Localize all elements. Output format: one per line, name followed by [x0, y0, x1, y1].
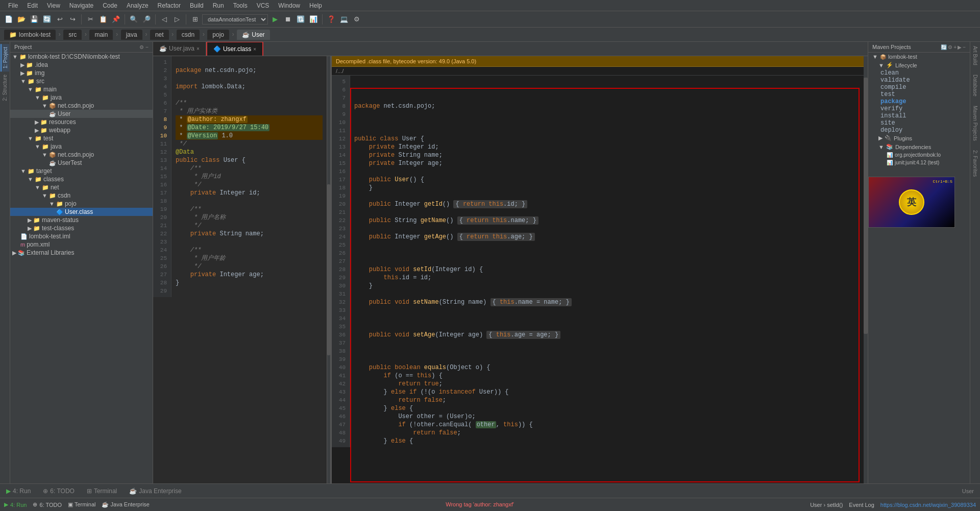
maven-deps-item[interactable]: ▼ 📚 Dependencies: [868, 142, 970, 151]
tree-test-classes[interactable]: ▶ 📁 test-classes: [10, 224, 153, 232]
right-scroll-bar[interactable]: [864, 56, 868, 483]
terminal-tab[interactable]: ⊞ Terminal: [81, 484, 123, 498]
maven-validate[interactable]: validate: [868, 77, 970, 84]
nav-project[interactable]: 📁 lombok-test: [4, 30, 56, 40]
tab-user-java-close[interactable]: ×: [197, 46, 200, 52]
redo-btn[interactable]: ↪: [67, 14, 78, 25]
run-tab[interactable]: ▶ 4: Run: [0, 484, 37, 498]
database-tab[interactable]: Database: [971, 70, 979, 101]
tree-pom[interactable]: m pom.xml: [10, 240, 153, 249]
tab-user-class-close[interactable]: ×: [253, 46, 256, 52]
run-btn[interactable]: ▶: [270, 14, 281, 25]
status-event-log[interactable]: Event Log: [849, 502, 874, 508]
maven-site[interactable]: site: [868, 119, 970, 127]
java-enterprise-tab[interactable]: ☕ Java Enterprise: [123, 484, 187, 498]
menu-edit[interactable]: Edit: [23, 1, 42, 10]
maven-deploy[interactable]: deploy: [868, 127, 970, 134]
coverage-btn[interactable]: 📊: [308, 14, 319, 25]
tree-target-csdn[interactable]: ▼ 📁 csdn: [10, 191, 153, 200]
tree-src[interactable]: ▼ 📁 src: [10, 77, 153, 85]
maven-lifecycle-item[interactable]: ▼ ⚡ Lifecycle: [868, 61, 970, 69]
paste-btn[interactable]: 📌: [110, 14, 121, 25]
maven-add-btn[interactable]: +: [953, 44, 957, 50]
nav-main[interactable]: main: [89, 30, 113, 40]
status-todo[interactable]: ⊕ 6: TODO: [33, 501, 62, 508]
tree-main[interactable]: ▼ 📁 main: [10, 85, 153, 93]
nav-pojo[interactable]: pojo: [207, 30, 229, 40]
menu-run[interactable]: Run: [209, 1, 228, 10]
forward-btn[interactable]: ▷: [172, 14, 183, 25]
tree-net-csdn-pojo[interactable]: ▼ 📦 net.csdn.pojo: [10, 102, 153, 110]
tree-img[interactable]: ▶ 📁 img: [10, 69, 153, 77]
search-btn[interactable]: 🔍: [128, 14, 139, 25]
tree-resources[interactable]: ▶ 📁 resources: [10, 118, 153, 126]
tree-iml[interactable]: 📄 lombok-test.iml: [10, 232, 153, 240]
run-config-dropdown[interactable]: dataAnnotationTest: [202, 14, 268, 25]
maven-close-btn[interactable]: −: [963, 44, 966, 50]
maven-settings-btn[interactable]: ⚙: [948, 44, 952, 50]
save-btn[interactable]: 💾: [29, 14, 40, 25]
cut-btn[interactable]: ✂: [85, 14, 96, 25]
reload-btn[interactable]: 🔃: [295, 14, 306, 25]
tree-webapp[interactable]: ▶ 📁 webapp: [10, 126, 153, 134]
new-file-btn[interactable]: 📄: [3, 14, 14, 25]
replace-btn[interactable]: 🔎: [141, 14, 152, 25]
project-side-tab[interactable]: 1: Project: [1, 44, 9, 71]
tree-target-net[interactable]: ▼ 📁 net: [10, 183, 153, 191]
tree-target-pojo[interactable]: ▼ 📁 pojo: [10, 200, 153, 208]
menu-refactor[interactable]: Refactor: [154, 1, 185, 10]
tree-target[interactable]: ▼ 📁 target: [10, 167, 153, 175]
tree-user-java[interactable]: ☕ User: [10, 110, 153, 118]
tree-user-class[interactable]: 🔷 User.class: [10, 208, 153, 216]
open-btn[interactable]: 📂: [16, 14, 27, 25]
menu-tools[interactable]: Tools: [229, 1, 252, 10]
menu-file[interactable]: File: [4, 1, 22, 10]
menu-code[interactable]: Code: [99, 1, 121, 10]
sync-btn[interactable]: 🔄: [41, 14, 53, 25]
maven-package[interactable]: package: [868, 98, 970, 105]
structure-side-tab[interactable]: 2: Structure: [1, 71, 9, 104]
device-btn[interactable]: 💻: [338, 14, 350, 25]
stop-btn[interactable]: ⏹: [282, 14, 293, 25]
menu-vcs[interactable]: VCS: [253, 1, 274, 10]
copy-btn[interactable]: 📋: [97, 14, 109, 25]
nav-user[interactable]: ☕ User: [237, 30, 270, 40]
todo-tab[interactable]: ⊕ 6: TODO: [37, 484, 81, 498]
tree-maven-status[interactable]: ▶ 📁 maven-status: [10, 216, 153, 224]
tree-settings-btn[interactable]: ⚙: [139, 44, 144, 50]
settings-btn[interactable]: ⚙: [351, 14, 362, 25]
tree-test-pojo[interactable]: ▼ 📦 net.csdn.pojo: [10, 151, 153, 159]
status-run[interactable]: ▶ 4: Run: [4, 501, 27, 508]
maven-project-root[interactable]: ▼ 📦 lombok-test: [868, 53, 970, 61]
back-btn[interactable]: ◁: [159, 14, 170, 25]
maven-compile[interactable]: compile: [868, 84, 970, 91]
art-build-tab[interactable]: Art Build: [971, 42, 979, 69]
status-terminal[interactable]: ▣ Terminal: [68, 501, 95, 508]
tree-idea[interactable]: ▶ 📁 .idea: [10, 61, 153, 69]
tab-user-java[interactable]: ☕ User.java ×: [153, 42, 206, 56]
menu-navigate[interactable]: Navigate: [65, 1, 97, 10]
status-url[interactable]: https://blog.csdn.net/wqixin_39089334: [880, 502, 976, 508]
maven-dep-junit[interactable]: 📊 junit:junit:4.12 (test): [868, 159, 970, 166]
maven-run-btn[interactable]: ▶: [958, 44, 962, 50]
favorites-tab[interactable]: 2: Favorites: [971, 146, 979, 181]
help-btn[interactable]: ❓: [326, 14, 337, 25]
nav-csdn[interactable]: csdn: [177, 30, 200, 40]
maven-projects-tab[interactable]: Maven Projects: [971, 102, 979, 145]
maven-clean[interactable]: clean: [868, 69, 970, 77]
mid-scroll-bar[interactable]: [327, 56, 331, 483]
maven-install[interactable]: install: [868, 112, 970, 119]
maven-plugins-item[interactable]: ▶ 🔌 Plugins: [868, 134, 970, 142]
status-java-enterprise[interactable]: ☕ Java Enterprise: [102, 501, 150, 508]
undo-btn[interactable]: ↩: [54, 14, 65, 25]
maven-dep-lombok[interactable]: 📊 org.projectlombok:lo: [868, 151, 970, 159]
tree-classes[interactable]: ▼ 📁 classes: [10, 175, 153, 183]
menu-window[interactable]: Window: [274, 1, 304, 10]
menu-help[interactable]: Help: [305, 1, 326, 10]
tree-java[interactable]: ▼ 📁 java: [10, 93, 153, 102]
maven-refresh-btn[interactable]: 🔄: [941, 44, 947, 50]
tab-user-class[interactable]: 🔷 User.class ×: [206, 42, 263, 56]
nav-net[interactable]: net: [150, 30, 169, 40]
maven-test[interactable]: test: [868, 91, 970, 98]
tree-collapse-btn[interactable]: −: [145, 44, 149, 50]
